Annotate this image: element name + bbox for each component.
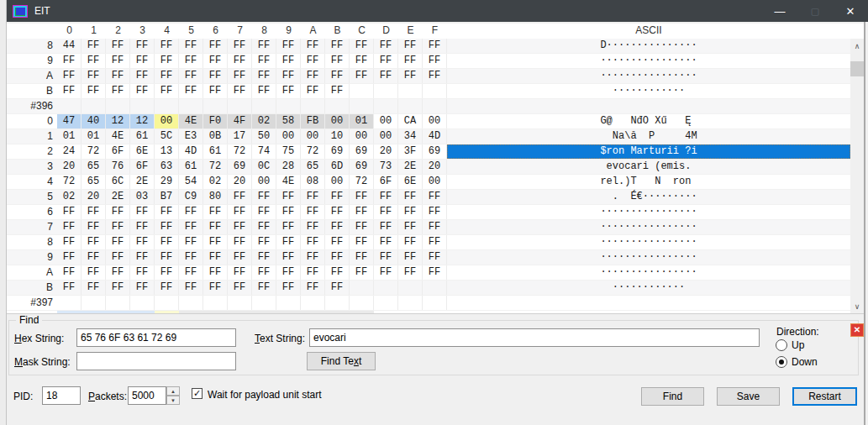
- hex-byte-cell[interactable]: 13: [155, 144, 179, 159]
- hex-byte-cell[interactable]: FF: [374, 54, 398, 68]
- hex-byte-cell[interactable]: FF: [398, 220, 423, 234]
- hex-byte-cell[interactable]: 75: [276, 144, 301, 159]
- hex-byte-cell[interactable]: FF: [374, 69, 398, 83]
- hex-byte-cell[interactable]: FF: [374, 265, 398, 280]
- hex-byte-cell[interactable]: 00: [423, 114, 447, 129]
- hex-byte-cell[interactable]: FF: [203, 39, 228, 53]
- hex-byte-cell[interactable]: 4F: [228, 114, 252, 129]
- hex-byte-cell[interactable]: FF: [325, 250, 350, 265]
- hex-byte-cell[interactable]: 4D: [179, 144, 203, 159]
- hex-byte-cell[interactable]: 20: [423, 160, 447, 174]
- hex-byte-cell[interactable]: FF: [228, 205, 252, 219]
- hex-byte-cell[interactable]: FF: [301, 205, 325, 219]
- hex-byte-cell[interactable]: FF: [130, 205, 155, 219]
- hex-byte-cell[interactable]: FF: [106, 235, 130, 249]
- hex-byte-cell[interactable]: 69: [423, 144, 447, 159]
- hex-byte-cell[interactable]: FF: [130, 84, 155, 98]
- hex-byte-cell[interactable]: FF: [82, 69, 106, 83]
- ascii-cell[interactable]: [447, 99, 850, 113]
- hex-byte-cell[interactable]: 20: [82, 190, 106, 204]
- restart-button[interactable]: Restart: [792, 387, 857, 406]
- packets-spinner[interactable]: ▲ ▼: [166, 386, 180, 405]
- hex-byte-cell[interactable]: FF: [374, 250, 398, 265]
- hex-byte-cell[interactable]: 00: [374, 129, 398, 144]
- hex-byte-cell[interactable]: 65: [82, 160, 106, 174]
- hex-byte-cell[interactable]: 5C: [155, 129, 179, 144]
- hex-byte-cell[interactable]: FF: [252, 205, 276, 219]
- hex-byte-cell[interactable]: FF: [228, 265, 252, 280]
- hex-byte-cell[interactable]: FF: [179, 220, 203, 234]
- hex-byte-cell[interactable]: 72: [57, 175, 82, 189]
- find-button[interactable]: Find: [641, 387, 704, 406]
- hex-byte-cell[interactable]: 01: [82, 129, 106, 144]
- direction-up-radio[interactable]: Up: [776, 339, 804, 351]
- hex-byte-cell[interactable]: 01: [350, 114, 374, 129]
- hex-byte-cell[interactable]: FF: [350, 190, 374, 204]
- hex-byte-cell[interactable]: 69: [228, 160, 252, 174]
- hex-byte-cell[interactable]: FF: [106, 250, 130, 265]
- hex-byte-cell[interactable]: FF: [106, 84, 130, 98]
- hex-byte-cell[interactable]: FF: [350, 54, 374, 68]
- hex-byte-cell[interactable]: 02: [252, 114, 276, 129]
- hex-byte-cell[interactable]: 58: [276, 114, 301, 129]
- hex-byte-cell[interactable]: 63: [155, 160, 179, 174]
- hex-byte-cell[interactable]: 4D: [423, 129, 447, 144]
- hex-byte-cell[interactable]: FF: [423, 235, 447, 249]
- hex-byte-cell[interactable]: 69: [350, 160, 374, 174]
- hex-byte-cell[interactable]: 69: [325, 144, 350, 159]
- hex-byte-cell[interactable]: FF: [325, 84, 350, 98]
- hex-byte-cell[interactable]: FF: [228, 190, 252, 204]
- hex-byte-cell[interactable]: 00: [155, 114, 179, 129]
- hex-byte-cell[interactable]: FF: [276, 39, 301, 53]
- hex-byte-cell[interactable]: FF: [130, 250, 155, 265]
- hex-byte-cell[interactable]: FF: [203, 220, 228, 234]
- hex-byte-cell[interactable]: 76: [106, 160, 130, 174]
- hex-byte-cell[interactable]: FF: [423, 205, 447, 219]
- hex-byte-cell[interactable]: FF: [228, 84, 252, 98]
- hex-byte-cell[interactable]: FF: [179, 69, 203, 83]
- ascii-cell[interactable]: ················: [447, 54, 850, 68]
- text-string-input[interactable]: [309, 328, 760, 347]
- hex-byte-cell[interactable]: E3: [179, 129, 203, 144]
- hex-byte-cell[interactable]: FF: [228, 220, 252, 234]
- hex-byte-cell[interactable]: 12: [130, 114, 155, 129]
- hex-byte-cell[interactable]: 65: [301, 160, 325, 174]
- hex-byte-cell[interactable]: 47: [57, 114, 82, 129]
- hex-byte-cell[interactable]: FF: [325, 54, 350, 68]
- hex-byte-cell[interactable]: FB: [301, 114, 325, 129]
- hex-byte-cell[interactable]: 72: [228, 144, 252, 159]
- hex-byte-cell[interactable]: FF: [374, 220, 398, 234]
- hex-byte-cell[interactable]: FF: [106, 69, 130, 83]
- hex-byte-cell[interactable]: 4E: [276, 175, 301, 189]
- hex-byte-cell[interactable]: 69: [350, 144, 374, 159]
- hex-byte-cell[interactable]: FF: [179, 250, 203, 265]
- hex-byte-cell[interactable]: FF: [325, 235, 350, 249]
- hex-byte-cell[interactable]: FF: [155, 235, 179, 249]
- close-button[interactable]: ✕: [833, 0, 868, 22]
- ascii-cell[interactable]: ················: [447, 205, 850, 219]
- hex-byte-cell[interactable]: FF: [106, 281, 130, 295]
- hex-byte-cell[interactable]: FF: [301, 84, 325, 98]
- hex-byte-cell[interactable]: FF: [252, 54, 276, 68]
- hex-string-input[interactable]: [76, 328, 236, 347]
- hex-byte-cell[interactable]: FF: [276, 205, 301, 219]
- hex-byte-cell[interactable]: FF: [252, 220, 276, 234]
- hex-byte-cell[interactable]: 00: [423, 175, 447, 189]
- hex-byte-cell[interactable]: FF: [57, 281, 82, 295]
- hex-byte-cell[interactable]: 10: [325, 129, 350, 144]
- hex-byte-cell[interactable]: 74: [252, 144, 276, 159]
- ascii-cell[interactable]: rel.)T N ron: [447, 175, 850, 189]
- hex-byte-cell[interactable]: FF: [82, 220, 106, 234]
- spinner-up-icon[interactable]: ▲: [166, 386, 180, 396]
- hex-byte-cell[interactable]: FF: [398, 190, 423, 204]
- hex-byte-cell[interactable]: FF: [398, 265, 423, 280]
- hex-byte-cell[interactable]: 54: [179, 175, 203, 189]
- hex-byte-cell[interactable]: 02: [203, 175, 228, 189]
- hex-byte-cell[interactable]: FF: [301, 220, 325, 234]
- hex-byte-cell[interactable]: FF: [276, 235, 301, 249]
- hex-byte-cell[interactable]: FF: [325, 265, 350, 280]
- hex-byte-cell[interactable]: 6D: [325, 160, 350, 174]
- hex-byte-cell[interactable]: FF: [374, 235, 398, 249]
- mask-string-input[interactable]: [76, 352, 236, 370]
- direction-down-radio[interactable]: Down: [776, 356, 818, 368]
